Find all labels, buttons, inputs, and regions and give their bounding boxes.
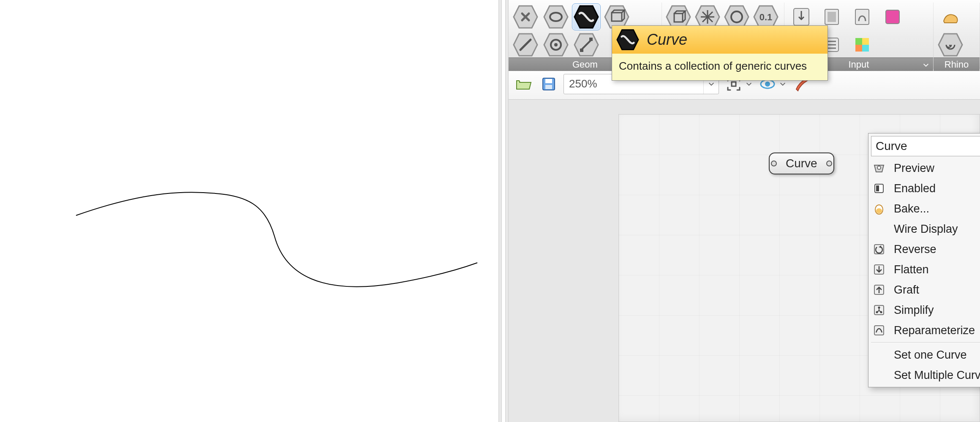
component-plane-param[interactable] <box>542 31 570 58</box>
context-item-wire-display[interactable]: Wire Display <box>868 219 980 239</box>
context-item-label: Set Multiple Curves <box>894 369 980 382</box>
chevron-down-icon <box>779 80 787 88</box>
svg-point-11 <box>554 43 558 46</box>
context-menu: Curve Preview Enabled Bake... Wire Displ… <box>868 133 980 387</box>
open-button[interactable] <box>513 74 534 95</box>
curve-param-node[interactable]: Curve <box>769 152 834 174</box>
node-label: Curve <box>778 157 825 170</box>
folder-open-icon <box>515 76 532 93</box>
save-button[interactable] <box>538 74 559 95</box>
svg-rect-45 <box>545 85 552 89</box>
context-item-label: Reverse <box>894 243 936 256</box>
svg-rect-44 <box>545 79 552 83</box>
tooltip-title: Curve <box>647 31 687 49</box>
node-output-grip[interactable] <box>825 153 833 174</box>
component-line-param[interactable] <box>511 31 540 58</box>
node-input-grip[interactable] <box>770 153 778 174</box>
svg-rect-51 <box>876 185 879 191</box>
context-item-label: Wire Display <box>894 223 958 236</box>
shelf-tab-label: Rhino <box>945 59 969 70</box>
tooltip-description: Contains a collection of generic curves <box>612 54 828 80</box>
context-item-enabled[interactable]: Enabled <box>868 178 980 199</box>
component-gradient[interactable] <box>848 3 877 30</box>
chevron-down-icon <box>708 80 715 88</box>
context-item-label: Flatten <box>894 263 929 276</box>
blank-icon <box>872 222 886 236</box>
context-menu-search-value: Curve <box>876 139 907 153</box>
svg-point-49 <box>877 166 881 169</box>
context-item-label: Set one Curve <box>894 348 967 362</box>
svg-rect-38 <box>862 38 869 45</box>
svg-marker-22 <box>725 6 749 28</box>
context-item-preview[interactable]: Preview <box>868 158 980 178</box>
viewport-curve <box>51 127 490 296</box>
svg-rect-37 <box>855 38 862 45</box>
context-item-label: Simplify <box>894 304 934 317</box>
svg-rect-15 <box>589 38 593 41</box>
component-shelf: Geom 0.1 <box>509 0 980 68</box>
context-item-bake[interactable]: Bake... <box>868 199 980 219</box>
svg-rect-14 <box>580 49 583 52</box>
pane-divider[interactable] <box>498 0 502 422</box>
svg-point-53 <box>876 208 882 213</box>
context-item-label: Preview <box>894 162 934 175</box>
svg-rect-28 <box>828 12 836 22</box>
flatten-icon <box>872 262 886 277</box>
component-rhino-doc[interactable] <box>936 3 965 30</box>
context-item-simplify[interactable]: Simplify <box>868 300 980 320</box>
svg-marker-3 <box>544 6 568 28</box>
svg-rect-30 <box>886 10 899 24</box>
svg-marker-6 <box>605 6 629 28</box>
canvas-area[interactable]: Curve Curve Preview Enabled Bake <box>509 100 980 422</box>
grasshopper-canvas[interactable]: Curve Curve Preview Enabled Bake <box>618 114 980 422</box>
component-circle-param[interactable] <box>542 3 570 30</box>
component-tooltip: Curve Contains a collection of generic c… <box>612 25 828 81</box>
svg-marker-41 <box>939 34 962 56</box>
svg-rect-39 <box>855 45 862 52</box>
shelf-tab-label: Geom <box>572 59 598 70</box>
shelf-tab-rhino[interactable]: Rhino <box>934 57 980 71</box>
chevron-down-icon <box>922 61 930 69</box>
shelf-tab-label: Input <box>848 59 869 70</box>
context-item-reparameterize[interactable]: Reparameterize <box>868 320 980 340</box>
bake-icon <box>872 201 886 216</box>
component-point-param[interactable] <box>572 31 601 58</box>
component-rhino-spiral[interactable] <box>936 31 965 58</box>
reverse-icon <box>872 242 886 256</box>
context-item-graft[interactable]: Graft <box>868 280 980 300</box>
preview-icon <box>872 161 886 175</box>
component-color-grid[interactable] <box>848 31 877 58</box>
component-curve-param[interactable] <box>572 3 601 30</box>
enabled-icon <box>872 181 886 196</box>
svg-point-58 <box>878 307 880 309</box>
component-swatch[interactable] <box>878 3 907 30</box>
svg-text:0.1: 0.1 <box>760 12 773 22</box>
blank-icon <box>872 348 886 362</box>
context-item-set-multiple-curves[interactable]: Set Multiple Curves <box>868 365 980 385</box>
svg-point-48 <box>765 82 770 87</box>
context-item-flatten[interactable]: Flatten <box>868 259 980 280</box>
curve-icon <box>616 28 639 51</box>
blank-icon <box>872 368 886 382</box>
context-menu-separator <box>871 342 980 343</box>
chevron-down-icon <box>745 80 753 88</box>
context-item-label: Reparameterize <box>894 324 975 337</box>
graft-icon <box>872 283 886 297</box>
grasshopper-panel: Geom 0.1 <box>509 0 980 422</box>
context-menu-search[interactable]: Curve <box>871 136 980 156</box>
save-icon <box>540 76 557 93</box>
svg-rect-46 <box>732 82 736 86</box>
context-item-set-one-curve[interactable]: Set one Curve <box>868 345 980 365</box>
component-close[interactable] <box>511 3 540 30</box>
pane-divider-inner[interactable] <box>505 0 509 422</box>
simplify-icon <box>872 303 886 317</box>
context-item-label: Bake... <box>894 202 929 215</box>
svg-rect-40 <box>862 45 869 52</box>
reparam-icon <box>872 323 886 338</box>
context-item-reverse[interactable]: Reverse <box>868 239 980 259</box>
svg-marker-16 <box>667 6 690 28</box>
context-item-label: Graft <box>894 283 919 297</box>
svg-rect-62 <box>874 326 884 335</box>
rhino-viewport[interactable] <box>0 0 498 422</box>
svg-rect-29 <box>855 9 869 25</box>
